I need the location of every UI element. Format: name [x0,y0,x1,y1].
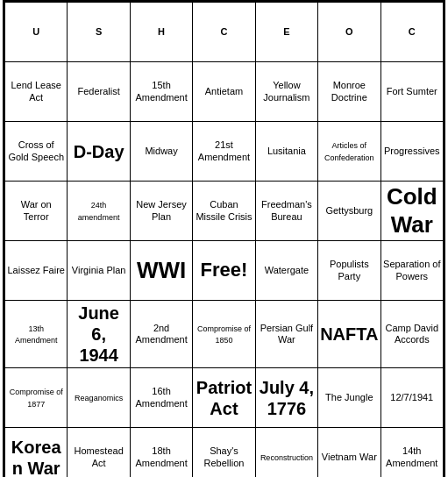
bingo-cell-r0-c3[interactable]: Antietam [193,62,255,122]
bingo-cell-r0-c6[interactable]: Fort Sumter [380,62,443,122]
cell-text: 16th Amendment [135,386,187,408]
bingo-cell-r2-c2[interactable]: New Jersey Plan [130,182,192,241]
cell-text: Virginia Plan [72,265,126,275]
cell-text: Reaganomics [75,394,123,402]
cell-text: Freedman's Bureau [261,199,312,221]
bingo-cell-r4-c3[interactable]: Compromise of 1850 [193,301,255,368]
bingo-cell-r6-c4[interactable]: Reconstruction [255,428,317,478]
bingo-cell-r6-c1[interactable]: Homestead Act [68,428,130,478]
cell-text: Laissez Faire [8,265,65,275]
cell-text: Vietnam War [322,452,377,462]
table-row: Laissez FaireVirginia PlanWWIFree!Waterg… [5,241,444,301]
bingo-cell-r0-c4[interactable]: Yellow Journalism [255,62,317,122]
cell-text: Shay's Rebellion [204,445,245,467]
cell-text: Antietam [205,86,243,96]
bingo-cell-r1-c2[interactable]: Midway [130,122,192,182]
bingo-cell-r6-c6[interactable]: 14th Amendment [380,428,443,478]
cell-text: Populists Party [330,259,369,281]
bingo-cell-r3-c0[interactable]: Laissez Faire [5,241,68,301]
bingo-cell-r2-c3[interactable]: Cuban Missile Crisis [193,182,255,241]
bingo-cell-r2-c6[interactable]: Cold War [380,182,443,241]
cell-text: Yellow Journalism [263,80,309,102]
bingo-cell-r0-c1[interactable]: Federalist [68,62,130,122]
bingo-cell-r2-c1[interactable]: 24th amendment [68,182,130,241]
bingo-cell-r3-c1[interactable]: Virginia Plan [68,241,130,301]
cell-text: Cuban Missile Crisis [196,199,252,221]
cell-text: Lusitania [267,146,306,156]
bingo-cell-r6-c0[interactable]: Korean War [5,428,68,478]
cell-text: Persian Gulf War [260,323,314,345]
bingo-cell-r6-c5[interactable]: Vietnam War [318,428,380,478]
bingo-cell-r1-c0[interactable]: Cross of Gold Speech [5,122,68,182]
cell-text: Cold War [387,183,437,237]
bingo-cell-r1-c6[interactable]: Progressives [380,122,443,182]
bingo-cell-r5-c4[interactable]: July 4, 1776 [255,368,317,428]
table-row: Cross of Gold SpeechD-DayMidway21st Amen… [5,122,444,182]
cell-text: Camp David Accords [386,323,439,345]
cell-text: Articles of Confederation [324,141,374,161]
cell-text: 21st Amendment [198,139,250,161]
cell-text: Free! [201,259,248,281]
bingo-cell-r3-c4[interactable]: Watergate [255,241,317,301]
cell-text: 15th Amendment [135,80,187,102]
cell-text: Lend Lease Act [11,80,61,102]
cell-text: Federalist [77,86,119,96]
bingo-cell-r4-c2[interactable]: 2nd Amendment [130,301,192,368]
bingo-cell-r4-c6[interactable]: Camp David Accords [380,301,443,368]
column-header-u: U [5,3,68,62]
bingo-cell-r3-c2[interactable]: WWI [130,241,192,301]
table-row: Lend Lease ActFederalist15th AmendmentAn… [5,62,444,122]
bingo-cell-r3-c3[interactable]: Free! [193,241,255,301]
bingo-cell-r5-c5[interactable]: The Jungle [318,368,380,428]
bingo-cell-r5-c1[interactable]: Reaganomics [68,368,130,428]
cell-text: 18th Amendment [135,445,187,467]
bingo-cell-r5-c0[interactable]: Compromise of 1877 [5,368,68,428]
cell-text: July 4, 1776 [260,378,314,418]
bingo-cell-r3-c6[interactable]: Separation of Powers [380,241,443,301]
cell-text: New Jersey Plan [136,199,186,221]
bingo-cell-r4-c5[interactable]: NAFTA [318,301,380,368]
cell-text: Compromise of 1850 [197,324,251,345]
cell-text: Separation of Powers [383,259,440,281]
cell-text: Homestead Act [75,445,124,467]
bingo-cell-r6-c2[interactable]: 18th Amendment [130,428,192,478]
bingo-card: USHCEOC Lend Lease ActFederalist15th Ame… [3,0,445,477]
bingo-cell-r4-c0[interactable]: 13th Amendment [5,301,68,368]
cell-text: Monroe Doctrine [331,80,367,102]
column-header-c: C [380,3,443,62]
table-row: Korean WarHomestead Act18th AmendmentSha… [5,428,444,478]
bingo-cell-r2-c4[interactable]: Freedman's Bureau [255,182,317,241]
cell-text: Cross of Gold Speech [8,139,64,161]
cell-text: Gettysburg [325,205,373,216]
bingo-cell-r4-c1[interactable]: June 6, 1944 [68,301,130,368]
cell-text: 12/7/1941 [390,392,433,402]
cell-text: D-Day [74,142,124,161]
cell-text: Watergate [265,265,309,275]
table-row: 13th AmendmentJune 6, 19442nd AmendmentC… [5,301,444,368]
cell-text: The Jungle [325,392,373,402]
bingo-cell-r5-c3[interactable]: Patriot Act [193,368,255,428]
bingo-cell-r3-c5[interactable]: Populists Party [318,241,380,301]
bingo-cell-r0-c5[interactable]: Monroe Doctrine [318,62,380,122]
bingo-cell-r1-c3[interactable]: 21st Amendment [193,122,255,182]
cell-text: Progressives [384,146,440,156]
column-header-h: H [130,3,192,62]
bingo-cell-r2-c5[interactable]: Gettysburg [318,182,380,241]
cell-text: 13th Amendment [15,324,58,345]
column-header-c: C [193,3,255,62]
bingo-cell-r5-c2[interactable]: 16th Amendment [130,368,192,428]
bingo-cell-r1-c1[interactable]: D-Day [68,122,130,182]
bingo-cell-r1-c5[interactable]: Articles of Confederation [318,122,380,182]
bingo-cell-r6-c3[interactable]: Shay's Rebellion [193,428,255,478]
cell-text: 2nd Amendment [135,323,187,345]
bingo-cell-r5-c6[interactable]: 12/7/1941 [380,368,443,428]
cell-text: War on Terror [21,199,52,221]
bingo-cell-r0-c2[interactable]: 15th Amendment [130,62,192,122]
column-header-o: O [318,3,380,62]
bingo-cell-r1-c4[interactable]: Lusitania [255,122,317,182]
column-header-e: E [255,3,317,62]
bingo-cell-r0-c0[interactable]: Lend Lease Act [5,62,68,122]
bingo-cell-r2-c0[interactable]: War on Terror [5,182,68,241]
cell-text: Korean War [11,438,61,478]
bingo-cell-r4-c4[interactable]: Persian Gulf War [255,301,317,368]
